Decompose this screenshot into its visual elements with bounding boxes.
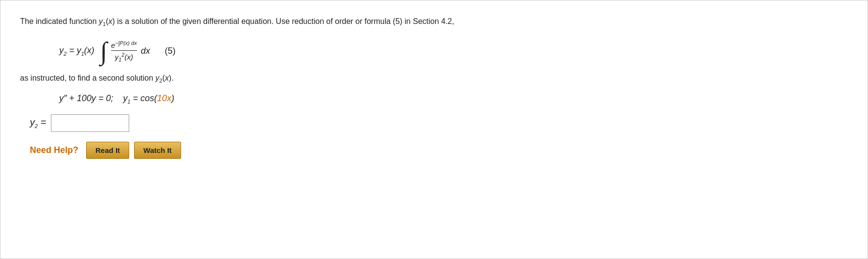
formula-block: y2 = y1(x) ∫ e−∫P(x) dx y12(x) dx (5): [59, 39, 848, 64]
dx-label: dx: [141, 46, 150, 56]
answer-label: y2 =: [30, 117, 46, 129]
formula-ref: (5): [165, 46, 176, 56]
equation-block: y″ + 100y = 0; y1 = cos(10x): [59, 93, 848, 105]
page-container: The indicated function y1(x) is a soluti…: [0, 0, 868, 259]
answer-input[interactable]: [51, 114, 129, 132]
integral-sign: ∫: [100, 39, 107, 64]
help-row: Need Help? Read It Watch It: [30, 142, 848, 159]
read-it-button[interactable]: Read It: [86, 142, 129, 159]
fraction-denominator: y12(x): [115, 51, 133, 63]
need-help-label: Need Help?: [30, 145, 78, 155]
answer-row: y2 =: [30, 114, 848, 132]
integral-container: ∫ e−∫P(x) dx y12(x) dx: [100, 39, 150, 64]
fraction-numerator: e−∫P(x) dx: [111, 40, 137, 51]
highlight-10x: 10x: [157, 93, 171, 103]
intro-text: The indicated function y1(x) is a soluti…: [20, 15, 848, 29]
formula-lhs: y2 = y1(x): [59, 45, 94, 57]
second-solution-text: as instructed, to find a second solution…: [20, 74, 848, 84]
watch-it-button[interactable]: Watch It: [134, 142, 181, 159]
fraction: e−∫P(x) dx y12(x): [111, 40, 137, 63]
